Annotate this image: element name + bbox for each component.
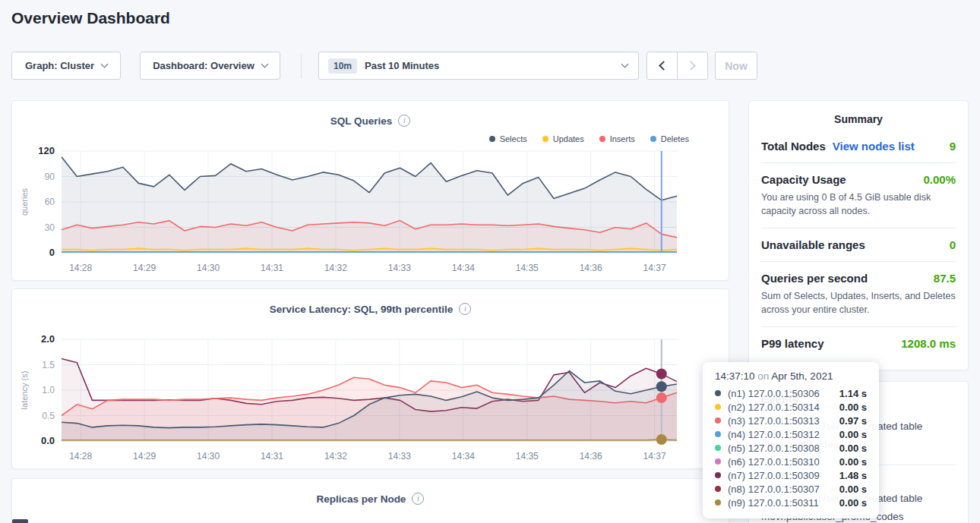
tooltip-row: (n1) 127.0.0.1:503061.14 s — [715, 386, 867, 400]
tooltip-row: (n2) 127.0.0.1:503140.00 s — [715, 400, 867, 414]
node-latency-value: 0.00 s — [833, 402, 867, 413]
node-address: (n1) 127.0.0.1:50306 — [728, 388, 820, 399]
x-tick-label: 14:37 — [643, 263, 666, 273]
time-range-selector[interactable]: 10m Past 10 Minutes — [318, 52, 639, 80]
tooltip-row: (n3) 127.0.0.1:503130.97 s — [715, 414, 867, 427]
node-address: (n2) 127.0.0.1:50314 — [728, 402, 820, 413]
x-tick-label: 14:35 — [516, 451, 539, 462]
now-button-label: Now — [725, 60, 748, 72]
x-tick-label: 14:36 — [580, 263, 602, 273]
node-latency-value: 0.00 s — [833, 484, 867, 495]
sql-queries-chart-card: SQL Queries i SelectsUpdatesInsertsDelet… — [11, 100, 729, 281]
now-button[interactable]: Now — [715, 52, 757, 80]
y-tick-label: 0.0 — [41, 435, 55, 446]
y-axis-title: latency (s) — [20, 371, 29, 410]
time-range-label: Past 10 Minutes — [365, 60, 439, 71]
sql-queries-plot[interactable]: 14:2814:2914:3014:3114:3214:3314:3414:35… — [12, 101, 730, 282]
y-tick-label: 60 — [45, 197, 55, 207]
y-tick-label: 120 — [38, 145, 55, 156]
node-color-dot — [715, 486, 721, 492]
hover-marker-n9 — [656, 434, 667, 445]
time-next-button[interactable] — [677, 52, 708, 80]
graph-dropdown[interactable]: Graph: Cluster — [11, 52, 121, 80]
hover-marker-n7 — [656, 369, 667, 380]
qps-label: Queries per second — [761, 272, 868, 285]
x-tick-label: 14:31 — [261, 263, 283, 273]
y-tick-label: 0 — [49, 247, 55, 258]
chevron-left-icon — [659, 61, 669, 71]
node-address: (n6) 127.0.0.1:50310 — [728, 456, 820, 468]
hover-marker-n1 — [656, 381, 667, 392]
time-prev-button[interactable] — [646, 52, 678, 80]
node-latency-value: 0.00 s — [833, 443, 867, 454]
y-tick-label: 1.0 — [42, 385, 55, 395]
summary-row-capacity: Capacity Usage 0.00% You are using 0 B o… — [761, 163, 956, 228]
x-tick-label: 14:28 — [69, 263, 92, 273]
node-color-dot — [715, 404, 721, 410]
chevron-right-icon — [686, 61, 696, 71]
clipped-axis-label-fragment — [12, 519, 28, 523]
unavailable-ranges-label: Unavailable ranges — [761, 238, 865, 251]
node-color-dot — [715, 417, 721, 424]
view-nodes-list-link[interactable]: View nodes list — [833, 140, 915, 153]
summary-row-qps: Queries per second 87.5 Sum of Selects, … — [761, 262, 956, 327]
summary-title: Summary — [749, 101, 968, 130]
tooltip-node-rows: (n1) 127.0.0.1:503061.14 s(n2) 127.0.0.1… — [715, 386, 867, 509]
x-tick-label: 14:32 — [324, 263, 347, 273]
hover-marker-n3 — [656, 392, 667, 403]
qps-description: Sum of Selects, Updates, Inserts, and De… — [761, 289, 956, 317]
capacity-description: You are using 0 B of 4.5 GiB usable disk… — [761, 191, 956, 218]
replicas-per-node-chart-card: Replicas per Node i — [11, 478, 729, 523]
x-tick-label: 14:32 — [324, 451, 347, 462]
y-tick-label: 0.5 — [42, 411, 55, 421]
x-tick-label: 14:37 — [643, 451, 666, 462]
x-tick-label: 14:28 — [69, 451, 92, 462]
unavailable-ranges-value: 0 — [950, 238, 956, 251]
qps-value: 87.5 — [934, 272, 956, 285]
node-address: (n9) 127.0.0.1:50311 — [728, 497, 819, 509]
service-latency-chart-card: Service Latency: SQL, 99th percentile i … — [11, 288, 729, 469]
x-tick-label: 14:34 — [452, 451, 475, 462]
node-latency-value: 0.00 s — [833, 456, 867, 468]
x-tick-label: 14:29 — [133, 263, 156, 273]
node-address: (n7) 127.0.0.1:50309 — [728, 470, 820, 481]
node-color-dot — [715, 458, 721, 465]
x-tick-label: 14:33 — [388, 263, 411, 273]
chevron-down-icon — [621, 61, 629, 68]
chart-hover-tooltip: 14:37:10 on Apr 5th, 2021 (n1) 127.0.0.1… — [703, 362, 879, 518]
node-address: (n8) 127.0.0.1:50307 — [728, 484, 820, 495]
x-tick-label: 14:30 — [197, 451, 220, 462]
tooltip-row: (n9) 127.0.0.1:503110.00 s — [715, 496, 867, 509]
y-tick-label: 2.0 — [41, 333, 55, 345]
toolbar-divider — [301, 53, 302, 78]
chart-title: Replicas per Node — [317, 493, 406, 505]
tooltip-timestamp: 14:37:10 on Apr 5th, 2021 — [715, 370, 867, 382]
x-tick-label: 14:34 — [452, 263, 475, 273]
y-tick-label: 1.5 — [42, 360, 55, 370]
chevron-down-icon — [261, 61, 268, 68]
capacity-value: 0.00% — [923, 173, 956, 186]
x-tick-label: 14:29 — [133, 451, 156, 462]
node-address: (n3) 127.0.0.1:50313 — [728, 415, 820, 427]
series-line-n9 — [62, 440, 677, 440]
node-color-dot — [715, 431, 721, 437]
node-latency-value: 0.00 s — [833, 497, 867, 509]
p99-latency-label: P99 latency — [761, 337, 824, 350]
dashboard-dropdown[interactable]: Dashboard: Overview — [140, 52, 280, 80]
tooltip-row: (n6) 127.0.0.1:503100.00 s — [715, 455, 867, 468]
tooltip-row: (n7) 127.0.0.1:503091.48 s — [715, 468, 867, 482]
x-tick-label: 14:36 — [580, 451, 602, 462]
capacity-label: Capacity Usage — [761, 173, 846, 186]
service-latency-plot[interactable]: 14:2814:2914:3014:3114:3214:3314:3414:35… — [12, 289, 730, 470]
x-tick-label: 14:31 — [261, 451, 283, 462]
info-icon[interactable]: i — [412, 493, 424, 505]
y-tick-label: 30 — [45, 222, 55, 233]
p99-latency-value: 1208.0 ms — [901, 337, 956, 350]
total-nodes-value: 9 — [950, 140, 956, 153]
node-latency-value: 1.14 s — [833, 388, 867, 399]
tooltip-row: (n8) 127.0.0.1:503070.00 s — [715, 482, 867, 496]
node-latency-value: 1.48 s — [833, 470, 867, 481]
dashboard-dropdown-label: Dashboard: Overview — [153, 60, 254, 71]
x-tick-label: 14:33 — [388, 451, 411, 462]
y-tick-label: 90 — [45, 172, 55, 182]
